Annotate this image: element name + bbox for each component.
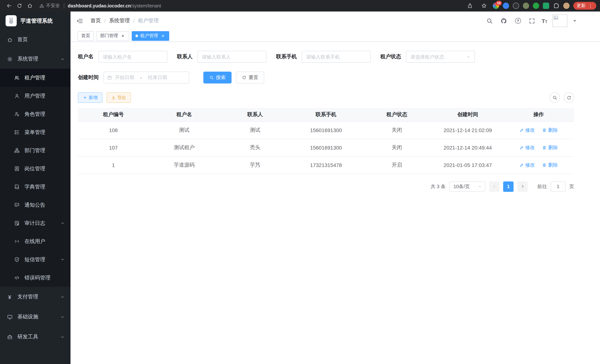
extension-badge: 10 <box>496 1 502 5</box>
chevron-down-icon <box>60 295 65 299</box>
sidebar-item-user[interactable]: 用户管理 <box>0 87 71 105</box>
status-select-field[interactable] <box>410 54 465 60</box>
rabbit-logo-icon <box>6 15 17 26</box>
browser-menu-icon[interactable]: ⋮ <box>588 3 593 8</box>
sidebar-item-role[interactable]: 角色管理 <box>0 105 71 123</box>
bookmark-star-icon[interactable] <box>480 2 488 10</box>
share-icon[interactable] <box>466 2 474 10</box>
extension-icon-dark[interactable] <box>513 3 519 9</box>
sidebar-item-infra[interactable]: 基础设施 <box>0 307 71 327</box>
breadcrumb-home[interactable]: 首页 <box>91 18 101 24</box>
sidebar-item-audit-log[interactable]: 审计日志 <box>0 214 71 232</box>
extension-icon-square[interactable] <box>543 3 549 9</box>
sidebar-item-menu[interactable]: 菜单管理 <box>0 123 71 141</box>
column-header-created[interactable]: 创建时间 <box>432 108 503 121</box>
browser-refresh-button[interactable] <box>15 2 23 10</box>
toggle-search-button[interactable] <box>550 92 560 103</box>
column-header-name[interactable]: 租户名 <box>149 108 220 121</box>
avatar[interactable] <box>553 14 567 27</box>
browser-back-button[interactable] <box>5 2 13 10</box>
edit-label: 修改 <box>525 127 535 133</box>
help-icon[interactable]: ? <box>513 16 522 25</box>
sidebar-item-pay[interactable]: ¥ 支付管理 <box>0 287 71 307</box>
avatar-caret-icon[interactable] <box>573 20 576 22</box>
search-form-row-1: 租户名 联系人 联系手机 <box>78 51 574 63</box>
github-icon[interactable] <box>499 16 508 25</box>
next-page-button[interactable] <box>517 181 528 192</box>
date-field-group: 创建时间 开始日期 - 结束日期 <box>78 72 189 84</box>
sidebar-item-devtool[interactable]: 研发工具 <box>0 327 71 347</box>
sidebar-item-dict[interactable]: 字典管理 <box>0 178 71 196</box>
contact-input-field[interactable] <box>202 54 262 60</box>
sidebar-item-error-code[interactable]: 错误码管理 <box>0 269 71 287</box>
collapse-sidebar-icon[interactable] <box>76 17 84 25</box>
delete-button[interactable]: 删除 <box>542 162 558 168</box>
sidebar-item-label: 系统管理 <box>18 56 38 62</box>
column-header-phone[interactable]: 联系手机 <box>291 108 361 121</box>
status-select[interactable] <box>406 51 475 63</box>
refresh-table-button[interactable] <box>564 92 574 103</box>
sidebar-item-post[interactable]: 岗位管理 <box>0 159 71 178</box>
phone-input-field[interactable] <box>306 54 366 60</box>
cell-name: 测试租户 <box>149 139 220 156</box>
close-icon[interactable]: × <box>120 33 125 38</box>
browser-update-button[interactable]: 更新 ⋮ <box>573 2 596 10</box>
edit-button[interactable]: 修改 <box>519 144 535 151</box>
tag-dept[interactable]: 部门管理 × <box>96 31 129 41</box>
column-header-contact[interactable]: 联系人 <box>220 108 291 121</box>
field-label: 租户名 <box>78 53 94 60</box>
prev-page-button[interactable] <box>489 181 499 192</box>
search-button[interactable]: 搜索 <box>203 72 232 84</box>
sidebar-item-home[interactable]: 首页 <box>0 30 71 49</box>
sidebar-item-online-user[interactable]: 在线用户 <box>0 232 71 251</box>
extension-icon-olive[interactable] <box>523 3 529 9</box>
column-header-status[interactable]: 租户状态 <box>361 108 432 121</box>
tag-home[interactable]: 首页 <box>77 31 94 41</box>
online-signal-icon <box>14 238 20 244</box>
tenant-name-input-field[interactable] <box>103 54 163 60</box>
app-logo[interactable]: 芋道管理系统 <box>0 11 71 30</box>
fullscreen-icon[interactable] <box>527 16 536 25</box>
add-button[interactable]: 新增 <box>78 92 103 103</box>
breadcrumb-section[interactable]: 系统管理 <box>109 18 130 24</box>
cell-phone: 17321315478 <box>291 156 361 174</box>
extension-icon-colorful[interactable]: 10 <box>493 3 499 9</box>
tenant-name-input[interactable] <box>98 51 167 63</box>
sidebar-item-system[interactable]: 系统管理 <box>0 49 71 69</box>
address-bar[interactable]: 不安全 dashboard.yudao.iocoder.cn/system/te… <box>39 3 465 9</box>
tag-tenant[interactable]: 租户管理 × <box>132 31 169 41</box>
edit-label: 修改 <box>525 162 535 168</box>
sidebar-item-label: 在线用户 <box>25 238 45 245</box>
goto-page-input[interactable] <box>551 181 565 192</box>
phone-input[interactable] <box>302 51 371 63</box>
sidebar-item-notice[interactable]: 通知公告 <box>0 196 71 214</box>
browser-home-button[interactable] <box>26 2 34 10</box>
page-size-select[interactable]: 10条/页 <box>449 181 485 192</box>
current-page[interactable]: 1 <box>503 181 514 192</box>
export-button[interactable]: 导出 <box>106 92 131 103</box>
edit-button[interactable]: 修改 <box>519 127 535 133</box>
url-path: /system/tenant <box>131 3 161 8</box>
delete-button[interactable]: 删除 <box>542 127 558 133</box>
navbar-actions: ? TT <box>485 14 576 27</box>
sidebar-item-label: 部门管理 <box>25 147 45 154</box>
reset-button[interactable]: 重置 <box>236 72 264 84</box>
extension-icon-green[interactable] <box>533 3 539 9</box>
close-icon[interactable]: × <box>160 33 166 38</box>
contact-input[interactable] <box>197 51 266 63</box>
sidebar-item-tenant[interactable]: 租户管理 <box>0 69 71 87</box>
date-range-picker[interactable]: 开始日期 - 结束日期 <box>103 72 189 84</box>
edit-button[interactable]: 修改 <box>519 162 535 168</box>
browser-profile-avatar[interactable] <box>563 3 570 9</box>
sidebar-item-dept[interactable]: 部门管理 <box>0 141 71 159</box>
browser-actions: 10 更新 ⋮ <box>465 2 596 10</box>
sidebar-item-sms[interactable]: 短信管理 <box>0 251 71 269</box>
search-icon[interactable] <box>485 16 494 25</box>
extensions-puzzle-icon[interactable] <box>553 2 560 9</box>
font-size-icon[interactable]: TT <box>542 18 547 24</box>
sidebar-menu: 首页 系统管理 租户管理 用户管理 <box>0 30 71 364</box>
extension-icon-blue[interactable] <box>503 3 509 9</box>
security-warning[interactable]: 不安全 <box>39 3 60 9</box>
delete-button[interactable]: 删除 <box>542 144 558 151</box>
column-header-id[interactable]: 租户编号 <box>78 108 149 121</box>
